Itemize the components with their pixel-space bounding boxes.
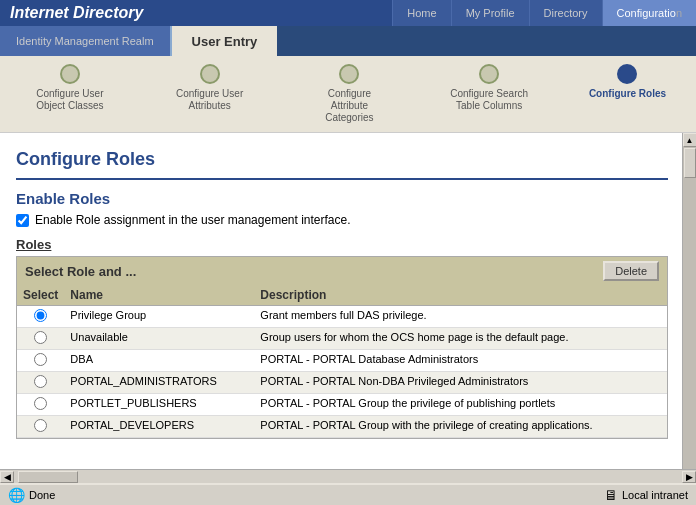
nav-tabs: Home My Profile Directory Configuration — [392, 0, 696, 26]
row-description-cell: PORTAL - PORTAL Group with the privilege… — [254, 416, 667, 438]
roles-table-container: Select Role and ... Delete Select Name D… — [16, 256, 668, 439]
row-name-cell: Privilege Group — [64, 306, 254, 328]
row-select-cell[interactable] — [17, 350, 64, 372]
delete-button[interactable]: Delete — [603, 261, 659, 281]
scroll-thumb[interactable] — [684, 148, 696, 178]
row-name-cell: PORTLET_PUBLISHERS — [64, 394, 254, 416]
wizard-step-1[interactable]: Configure User Object Classes — [30, 64, 110, 112]
nav-tab-configuration[interactable]: Configuration — [602, 0, 696, 26]
horizontal-scrollbar[interactable]: ◀ ▶ — [0, 469, 696, 483]
row-select-cell[interactable] — [17, 416, 64, 438]
status-left: 🌐 Done — [8, 487, 55, 503]
top-nav-bar: Internet Directory Home My Profile Direc… — [0, 0, 696, 26]
step-label-2: Configure User Attributes — [170, 88, 250, 112]
app-title: Internet Directory — [10, 0, 392, 26]
wizard-steps: Configure User Object Classes Configure … — [0, 64, 696, 132]
row-select-cell[interactable] — [17, 372, 64, 394]
table-row[interactable]: Privilege GroupGrant members full DAS pr… — [17, 306, 667, 328]
step-label-4: Configure Search Table Columns — [449, 88, 529, 112]
intranet-text: Local intranet — [622, 489, 688, 501]
table-row[interactable]: DBAPORTAL - PORTAL Database Administrato… — [17, 350, 667, 372]
vertical-scrollbar[interactable]: ▲ ▼ — [682, 133, 696, 505]
main-content-wrapper: Configure Roles Enable Roles Enable Role… — [0, 133, 696, 505]
role-radio-4[interactable] — [34, 397, 47, 410]
col-header-select: Select — [17, 285, 64, 306]
step-circle-3 — [339, 64, 359, 84]
table-row[interactable]: PORTLET_PUBLISHERSPORTAL - PORTAL Group … — [17, 394, 667, 416]
row-name-cell: PORTAL_DEVELOPERS — [64, 416, 254, 438]
realm-tab[interactable]: Identity Management Realm — [0, 26, 172, 56]
status-bar: 🌐 Done 🖥 Local intranet — [0, 483, 696, 505]
scroll-up-button[interactable]: ▲ — [683, 133, 697, 147]
role-radio-1[interactable] — [34, 331, 47, 344]
row-name-cell: DBA — [64, 350, 254, 372]
status-icon: 🌐 — [8, 487, 25, 503]
page-title: Configure Roles — [16, 143, 668, 180]
role-radio-3[interactable] — [34, 375, 47, 388]
col-header-description: Description — [254, 285, 667, 306]
table-row[interactable]: UnavailableGroup users for whom the OCS … — [17, 328, 667, 350]
roles-table: Select Name Description Privilege GroupG… — [17, 285, 667, 438]
table-header-bar: Select Role and ... Delete — [17, 257, 667, 285]
enable-roles-label: Enable Role assignment in the user manag… — [35, 213, 351, 227]
step-circle-4 — [479, 64, 499, 84]
table-header-title: Select Role and ... — [25, 264, 136, 279]
status-text: Done — [29, 489, 55, 501]
wizard-step-2[interactable]: Configure User Attributes — [170, 64, 250, 112]
row-description-cell: PORTAL - PORTAL Database Administrators — [254, 350, 667, 372]
role-radio-0[interactable] — [34, 309, 47, 322]
step-circle-2 — [200, 64, 220, 84]
step-label-1: Configure User Object Classes — [30, 88, 110, 112]
row-description-cell: PORTAL - PORTAL Group the privilege of p… — [254, 394, 667, 416]
role-radio-5[interactable] — [34, 419, 47, 432]
scroll-left-button[interactable]: ◀ — [0, 471, 14, 483]
nav-tab-home[interactable]: Home — [392, 0, 450, 26]
second-bar: Identity Management Realm User Entry — [0, 26, 696, 56]
scroll-track — [683, 147, 697, 504]
nav-tab-directory[interactable]: Directory — [529, 0, 602, 26]
row-description-cell: PORTAL - PORTAL Non-DBA Privileged Admin… — [254, 372, 667, 394]
table-header-row: Select Name Description — [17, 285, 667, 306]
scroll-horizontal-thumb[interactable] — [18, 471, 78, 483]
roles-section-label: Roles — [16, 237, 668, 252]
content-scroll-area[interactable]: Configure Roles Enable Roles Enable Role… — [0, 133, 696, 505]
nav-tab-profile[interactable]: My Profile — [451, 0, 529, 26]
row-select-cell[interactable] — [17, 394, 64, 416]
row-name-cell: Unavailable — [64, 328, 254, 350]
scroll-right-button[interactable]: ▶ — [682, 471, 696, 483]
col-header-name: Name — [64, 285, 254, 306]
enable-roles-checkbox[interactable] — [16, 214, 29, 227]
role-radio-2[interactable] — [34, 353, 47, 366]
row-description-cell: Group users for whom the OCS home page i… — [254, 328, 667, 350]
row-name-cell: PORTAL_ADMINISTRATORS — [64, 372, 254, 394]
table-row[interactable]: PORTAL_ADMINISTRATORSPORTAL - PORTAL Non… — [17, 372, 667, 394]
user-entry-tab[interactable]: User Entry — [172, 26, 278, 56]
step-label-5: Configure Roles — [589, 88, 666, 100]
local-intranet-icon: 🖥 — [604, 487, 618, 503]
enable-section-title: Enable Roles — [16, 190, 668, 207]
wizard-bar: Configure User Object Classes Configure … — [0, 56, 696, 133]
step-label-3: Configure Attribute Categories — [309, 88, 389, 124]
status-right: 🖥 Local intranet — [604, 487, 688, 503]
wizard-step-3[interactable]: Configure Attribute Categories — [309, 64, 389, 124]
row-select-cell[interactable] — [17, 328, 64, 350]
step-circle-1 — [60, 64, 80, 84]
row-select-cell[interactable] — [17, 306, 64, 328]
row-description-cell: Grant members full DAS privilege. — [254, 306, 667, 328]
enable-roles-row: Enable Role assignment in the user manag… — [16, 213, 668, 227]
wizard-step-4[interactable]: Configure Search Table Columns — [449, 64, 529, 112]
step-circle-5 — [617, 64, 637, 84]
wizard-step-5[interactable]: Configure Roles — [589, 64, 666, 100]
table-row[interactable]: PORTAL_DEVELOPERSPORTAL - PORTAL Group w… — [17, 416, 667, 438]
